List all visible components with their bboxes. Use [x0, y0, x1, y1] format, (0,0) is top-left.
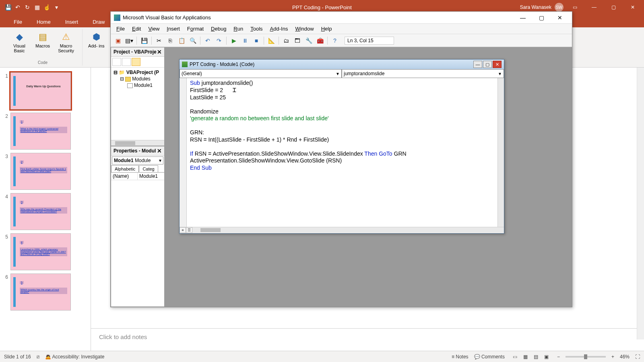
object-combo[interactable]: (General)▼: [180, 69, 342, 78]
menu-tools[interactable]: Tools: [247, 25, 266, 33]
addins-button[interactable]: ⬢Add- ins: [87, 31, 106, 49]
reading-view-icon[interactable]: ▤: [531, 353, 541, 361]
user-avatar[interactable]: SW: [555, 3, 564, 12]
find-icon[interactable]: 🔍: [188, 36, 198, 45]
project-hscroll[interactable]: [111, 140, 164, 146]
menu-debug[interactable]: Debug: [208, 25, 229, 33]
break-icon[interactable]: ⏸: [240, 36, 250, 45]
vba-close-icon[interactable]: ✕: [551, 12, 569, 23]
redo-icon[interactable]: ↷: [214, 36, 224, 45]
tab-file[interactable]: File: [6, 16, 29, 27]
insert-module-icon[interactable]: ▤▾: [124, 36, 134, 45]
touch-icon[interactable]: ☝: [43, 4, 50, 10]
menu-format[interactable]: Format: [184, 25, 207, 33]
slide-thumb[interactable]: 1 Daily Warm Up Questions: [0, 71, 91, 111]
full-view-icon[interactable]: ☰: [186, 227, 192, 233]
zoom-slider[interactable]: [566, 356, 606, 358]
slide-thumb[interactable]: 4 3Who was the seventh President of the …: [0, 191, 91, 232]
tab-insert[interactable]: Insert: [58, 16, 86, 27]
normal-view-icon[interactable]: ▭: [510, 353, 520, 361]
toggle-folders-icon[interactable]: [132, 58, 140, 66]
menu-view[interactable]: View: [145, 25, 163, 33]
code-maximize-icon[interactable]: ▢: [483, 61, 492, 68]
menu-insert[interactable]: Insert: [163, 25, 183, 33]
code-vscroll[interactable]: [497, 78, 504, 227]
menu-window[interactable]: Window: [292, 25, 317, 33]
cut-icon[interactable]: ✂: [154, 36, 164, 45]
view-object-icon[interactable]: [122, 58, 131, 66]
code-margin[interactable]: [180, 78, 187, 227]
code-editor[interactable]: Sub jumptorandomslide() FirstSlide = 2Ꮖ …: [187, 78, 497, 227]
slide-thumbnail-panel[interactable]: 1 Daily Warm Up Questions 2 1What is the…: [0, 68, 91, 351]
vba-maximize-icon[interactable]: ▢: [533, 12, 550, 23]
save-icon[interactable]: 💾: [139, 36, 149, 45]
tab-draw[interactable]: Draw: [85, 16, 112, 27]
slide-thumb[interactable]: 6 5Which country has the origin of Inuit…: [0, 272, 91, 312]
slide-thumb[interactable]: 5 4Launched in 2006, which planetary exp…: [0, 232, 91, 272]
visual-basic-button[interactable]: ◆Visual Basic: [7, 31, 31, 54]
comments-button[interactable]: 💬 Comments: [474, 354, 505, 360]
code-minimize-icon[interactable]: —: [473, 61, 482, 68]
slide-thumb[interactable]: 2 1What is the third largest continental…: [0, 111, 91, 151]
menu-run[interactable]: Run: [230, 25, 246, 33]
code-hscroll[interactable]: [192, 227, 504, 233]
notes-pane[interactable]: Click to add notes: [91, 328, 644, 351]
run-icon[interactable]: ▶: [229, 36, 239, 45]
props-object-combo[interactable]: Module1 Module▾: [112, 156, 163, 165]
macro-security-button[interactable]: ⚠Macro Security: [54, 31, 78, 54]
undo-icon[interactable]: ↶: [14, 4, 21, 10]
save-icon[interactable]: 💾: [5, 4, 11, 10]
tab-home[interactable]: Home: [29, 16, 58, 27]
main-vertical-scrollbar[interactable]: [637, 68, 644, 339]
macros-button[interactable]: ▤Macros: [34, 31, 52, 49]
view-ppt-icon[interactable]: ▣: [113, 36, 123, 45]
zoom-level[interactable]: 46%: [620, 354, 630, 360]
notes-button[interactable]: ≡ Notes: [452, 354, 469, 360]
object-browser-icon[interactable]: 🔧: [304, 36, 314, 45]
view-code-icon[interactable]: [112, 58, 121, 66]
addins-icon: ⬢: [91, 31, 102, 43]
paste-icon[interactable]: 📋: [177, 36, 186, 45]
menu-help[interactable]: Help: [318, 25, 335, 33]
slideshow-icon[interactable]: ▦: [34, 4, 40, 10]
toolbox-icon[interactable]: 🧰: [315, 36, 325, 45]
panel-close-icon[interactable]: ✕: [157, 49, 162, 55]
accessibility-status[interactable]: 🙇 Accessibility: Investigate: [45, 354, 105, 360]
qat-more-icon[interactable]: ▾: [53, 4, 60, 10]
help-icon[interactable]: ?: [330, 36, 340, 45]
properties-icon[interactable]: 🗔: [293, 36, 302, 45]
redo-icon[interactable]: ↻: [24, 4, 31, 10]
design-icon[interactable]: 📐: [266, 36, 276, 45]
code-close-icon[interactable]: ✕: [493, 61, 502, 68]
undo-icon[interactable]: ↶: [203, 36, 213, 45]
sorter-view-icon[interactable]: ▦: [521, 353, 530, 361]
copy-icon[interactable]: ⎘: [165, 36, 175, 45]
zoom-out-icon[interactable]: −: [557, 354, 560, 360]
user-name[interactable]: Sara Wanasek: [520, 4, 551, 10]
close-icon[interactable]: ✕: [625, 0, 641, 14]
props-tab-categorized[interactable]: Categ: [139, 165, 158, 172]
maximize-icon[interactable]: ▢: [605, 0, 621, 14]
code-title-bar[interactable]: PPT Coding - Module1 (Code) — ▢ ✕: [180, 60, 504, 69]
language-icon[interactable]: ⎚: [37, 354, 39, 360]
vba-title-bar[interactable]: Microsoft Visual Basic for Applications …: [111, 12, 572, 24]
menu-addins[interactable]: Add-Ins: [267, 25, 291, 33]
project-explorer-panel: Project - VBAProje✕ ⊟ 📁 VBAProject (P ⊟ …: [111, 47, 165, 146]
props-grid[interactable]: (Name)Module1: [111, 173, 164, 306]
procedure-combo[interactable]: jumptorandomslide▼: [342, 69, 504, 78]
panel-close-icon[interactable]: ✕: [157, 148, 162, 154]
fit-icon[interactable]: ⛶: [635, 354, 640, 360]
minimize-icon[interactable]: —: [586, 0, 602, 14]
slideshow-view-icon[interactable]: ▣: [542, 353, 551, 361]
menu-file[interactable]: File: [113, 25, 128, 33]
menu-edit[interactable]: Edit: [129, 25, 144, 33]
vba-minimize-icon[interactable]: —: [514, 12, 532, 23]
slide-thumb[interactable]: 3 2First Earth orbiter Soviet Union's Sp…: [0, 151, 91, 191]
proc-view-icon[interactable]: ≡: [180, 227, 186, 233]
project-explorer-icon[interactable]: 🗂: [281, 36, 291, 45]
slide-counter[interactable]: Slide 1 of 16: [4, 354, 31, 360]
reset-icon[interactable]: ■: [252, 36, 261, 45]
props-tab-alphabetic[interactable]: Alphabetic: [111, 165, 139, 172]
zoom-in-icon[interactable]: +: [611, 354, 614, 360]
project-tree[interactable]: ⊟ 📁 VBAProject (P ⊟ Modules Module1: [111, 68, 164, 140]
